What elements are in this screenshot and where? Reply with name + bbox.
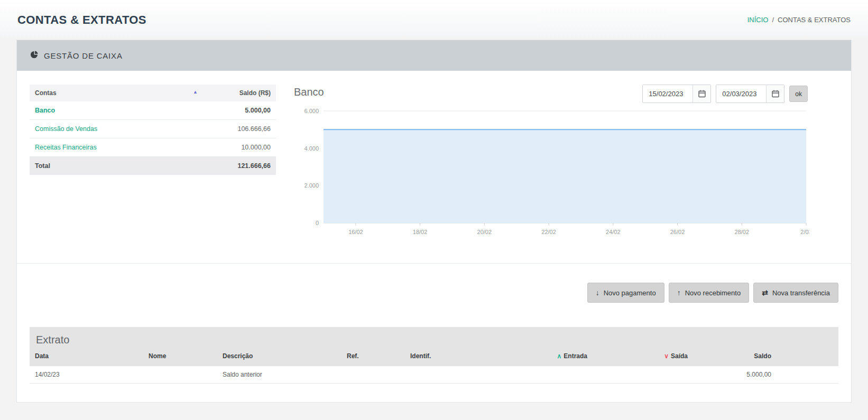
section-divider bbox=[17, 263, 851, 264]
statement-section: Extrato Data Nome Descrição Ref. Identif… bbox=[30, 327, 838, 384]
svg-text:24/02: 24/02 bbox=[606, 229, 621, 235]
new-receipt-button[interactable]: ↑ Novo recebimento bbox=[669, 283, 750, 303]
breadcrumb-separator: / bbox=[772, 16, 774, 24]
total-label: Total bbox=[30, 157, 209, 175]
panel-body: Contas ▲ Saldo (R$) Banco 5.000,00 Comi bbox=[17, 71, 851, 384]
svg-text:20/02: 20/02 bbox=[477, 229, 492, 235]
svg-text:22/02: 22/02 bbox=[541, 229, 556, 235]
panel-header: GESTÃO DE CAIXA bbox=[17, 40, 851, 71]
balance-area-chart: 02.0004.0006.00016/0218/0220/0222/0224/0… bbox=[294, 106, 838, 241]
account-row: Comissão de Vendas 106.666,66 bbox=[30, 120, 276, 138]
statement-title: Extrato bbox=[30, 327, 838, 348]
account-balance: 5.000,00 bbox=[209, 101, 276, 120]
account-link-comissao[interactable]: Comissão de Vendas bbox=[35, 125, 97, 133]
cell-date: 14/02/23 bbox=[30, 366, 143, 384]
cell-balance: 5.000,00 bbox=[693, 366, 777, 384]
new-transfer-button[interactable]: ⇄ Nova transferência bbox=[753, 283, 838, 303]
pie-chart-icon bbox=[30, 51, 38, 60]
breadcrumb-current: CONTAS & EXTRATOS bbox=[778, 16, 851, 24]
date-filter-ok-button[interactable]: ok bbox=[789, 86, 808, 102]
account-row: Banco 5.000,00 bbox=[30, 101, 276, 120]
cash-management-panel: GESTÃO DE CAIXA Contas ▲ Saldo (R$) bbox=[16, 40, 852, 403]
accounts-header-balance[interactable]: Saldo (R$) bbox=[209, 85, 276, 101]
action-buttons: ↓ Novo pagamento ↑ Novo recebimento ⇄ No… bbox=[30, 283, 838, 303]
svg-text:2/03: 2/03 bbox=[800, 229, 809, 235]
header-outflow: ∨Saída bbox=[593, 348, 693, 366]
date-to-input[interactable] bbox=[716, 85, 766, 102]
statement-header-row: Data Nome Descrição Ref. Identif. ∧Entra… bbox=[30, 348, 838, 366]
arrow-down-icon: ↓ bbox=[596, 289, 599, 296]
date-from-input[interactable] bbox=[643, 85, 692, 102]
accounts-header-name[interactable]: Contas ▲ bbox=[30, 85, 209, 101]
cell-name bbox=[143, 366, 217, 384]
page-header: CONTAS & EXTRATOS INÍCIO / CONTAS & EXTR… bbox=[0, 0, 868, 40]
date-from-group bbox=[642, 85, 711, 103]
date-to-group bbox=[716, 85, 784, 103]
account-link-banco[interactable]: Banco bbox=[35, 107, 55, 114]
header-date: Data bbox=[30, 348, 143, 366]
area-chart-svg: 02.0004.0006.00016/0218/0220/0222/0224/0… bbox=[294, 106, 809, 239]
accounts-header-row: Contas ▲ Saldo (R$) bbox=[30, 85, 276, 101]
total-balance: 121.666,66 bbox=[209, 157, 276, 175]
page-title: CONTAS & EXTRATOS bbox=[17, 13, 146, 27]
cell-outflow bbox=[593, 366, 693, 384]
account-balance: 10.000,00 bbox=[209, 138, 276, 157]
header-name: Nome bbox=[143, 348, 217, 366]
cell-description: Saldo anterior bbox=[217, 366, 341, 384]
svg-text:28/02: 28/02 bbox=[735, 229, 750, 235]
breadcrumb-home-link[interactable]: INÍCIO bbox=[747, 16, 769, 24]
panel-title: GESTÃO DE CAIXA bbox=[44, 51, 123, 60]
header-inflow: ∧Entrada bbox=[511, 348, 593, 366]
transfer-icon: ⇄ bbox=[762, 289, 768, 296]
svg-text:2.000: 2.000 bbox=[304, 182, 319, 189]
svg-text:26/02: 26/02 bbox=[670, 229, 685, 235]
svg-text:16/02: 16/02 bbox=[348, 229, 363, 235]
cell-spacer bbox=[777, 366, 838, 384]
account-balance: 106.666,66 bbox=[209, 120, 276, 138]
sort-ascending-icon: ▲ bbox=[193, 89, 198, 95]
account-row: Receitas Financeiras 10.000,00 bbox=[30, 138, 276, 157]
svg-text:6.000: 6.000 bbox=[304, 108, 319, 114]
header-spacer bbox=[777, 348, 838, 366]
date-range-controls: ok bbox=[642, 85, 808, 103]
header-ref: Ref. bbox=[341, 348, 405, 366]
chevron-up-icon: ∧ bbox=[557, 352, 562, 360]
header-identifier: Identif. bbox=[405, 348, 511, 366]
statement-table: Data Nome Descrição Ref. Identif. ∧Entra… bbox=[30, 348, 838, 384]
arrow-up-icon: ↑ bbox=[677, 289, 681, 296]
accounts-table: Contas ▲ Saldo (R$) Banco 5.000,00 Comi bbox=[30, 85, 276, 241]
cell-identifier bbox=[405, 366, 511, 384]
account-link-receitas[interactable]: Receitas Financeiras bbox=[35, 144, 97, 151]
breadcrumb: INÍCIO / CONTAS & EXTRATOS bbox=[747, 16, 851, 24]
statement-row: 14/02/23 Saldo anterior 5.000,00 bbox=[30, 366, 838, 384]
chart-title: Banco bbox=[294, 86, 324, 98]
chart-section: Banco bbox=[294, 85, 838, 241]
svg-text:0: 0 bbox=[316, 220, 319, 226]
header-description: Descrição bbox=[217, 348, 341, 366]
chevron-down-icon: ∨ bbox=[664, 352, 669, 360]
header-balance: Saldo bbox=[693, 348, 777, 366]
svg-text:4.000: 4.000 bbox=[304, 145, 319, 152]
cell-inflow bbox=[511, 366, 593, 384]
calendar-icon[interactable] bbox=[766, 85, 784, 102]
accounts-total-row: Total 121.666,66 bbox=[30, 157, 276, 175]
cell-ref bbox=[341, 366, 405, 384]
svg-text:18/02: 18/02 bbox=[413, 229, 428, 235]
new-payment-button[interactable]: ↓ Novo pagamento bbox=[587, 283, 664, 303]
calendar-icon[interactable] bbox=[692, 85, 710, 102]
